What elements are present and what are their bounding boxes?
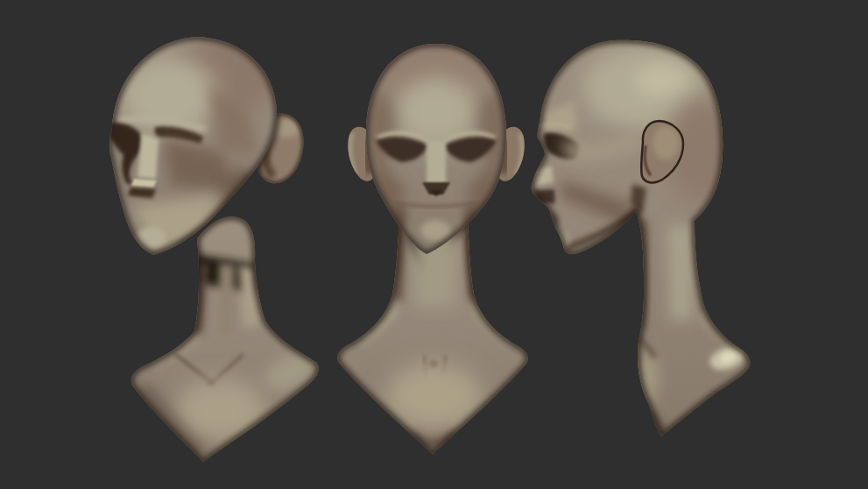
chin-highlight	[420, 220, 450, 241]
nose-bridge-light	[427, 140, 446, 185]
neck-mid-tone	[219, 263, 235, 335]
neck-back-light	[667, 223, 694, 320]
cranium-bright-spot	[635, 63, 688, 98]
viewport-canvas	[0, 0, 868, 489]
ear-inner-light	[653, 126, 679, 159]
render-svg	[0, 0, 868, 489]
